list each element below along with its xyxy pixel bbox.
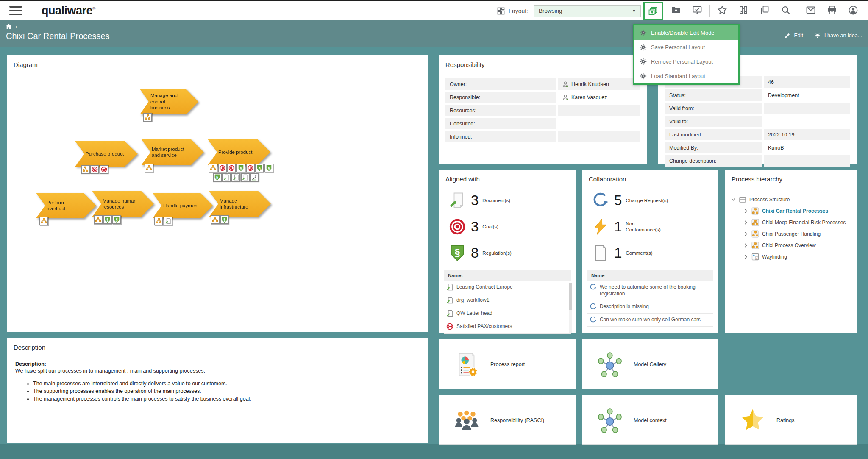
home-icon[interactable] [5,23,12,30]
menu-item-enable-disable-edit-mode[interactable]: Enable/Disable Edit Mode [634,25,738,40]
tile-process-report[interactable]: Process report [439,339,576,389]
doc-arrow-icon[interactable] [231,173,240,182]
hierarchy-icon[interactable] [39,217,48,225]
hamburger-menu-icon[interactable] [9,6,22,15]
field-value [558,118,640,129]
process-shape[interactable]: Manage human resources [92,191,154,217]
aligned-with-title: Aligned with [439,170,576,183]
regulation-icon[interactable]: § [103,215,112,224]
process-shape[interactable]: Purchase product [75,141,138,167]
copy-button[interactable] [760,5,770,15]
layout-select[interactable]: Browsing▼ [534,5,641,17]
svg-text:§: § [259,166,261,170]
folder-button[interactable] [671,5,681,15]
edit-button[interactable]: Edit [784,32,804,39]
aligned-with-panel: Aligned with 3Document(s)3Goal(s)§8Regul… [439,170,576,333]
mail-button[interactable] [806,5,816,15]
process-shape[interactable]: Manage Infrastructure [209,191,271,217]
responsibility-row: Consulted: [445,118,640,129]
regulation-icon[interactable]: § [112,215,121,224]
tree-node-wayfinding[interactable]: Wayfinding [743,251,854,262]
regulation-icon[interactable]: § [220,215,229,224]
tile-ratings[interactable]: Ratings [725,395,857,445]
process-status-icons: § [211,215,229,224]
qualiware-logo[interactable]: qualiware® [42,4,95,17]
star-button[interactable] [717,5,727,15]
tile-responsibility-rasci[interactable]: Responsibility (RASCI) [439,395,576,445]
process-shape[interactable]: Manage and control business [140,89,198,114]
regulation-icon[interactable]: § [255,164,264,172]
hierarchy-icon[interactable] [143,113,152,122]
chevron-right-icon[interactable] [743,254,748,259]
tile-model-gallery[interactable]: Model Gallery [582,339,718,389]
count-row-document-s-[interactable]: 3Document(s) [449,192,576,209]
goal-icon[interactable] [218,164,227,172]
tree-node-chixi-mega-financial-risk-processes[interactable]: Chixi Mega Financial Risk Processes [743,217,854,228]
toolbar-divider [798,5,798,17]
hierarchy-icon[interactable] [209,164,217,172]
hierarchy-icon[interactable] [154,217,163,225]
list-item[interactable]: Description is missing [587,300,713,314]
tree-node-chixi-process-overview[interactable]: Chixi Process Overview [743,239,854,251]
hierarchy-icon[interactable] [94,215,103,224]
list-item[interactable]: Leasing Contract Europe [444,281,571,294]
regulation-icon[interactable]: § [213,173,222,182]
description-panel-title: Description [7,338,428,351]
list-item[interactable]: We need to automate some of the booking … [587,281,713,300]
doc-arrow-icon[interactable] [222,173,231,182]
chevron-down-icon[interactable] [731,197,736,202]
regulation-icon[interactable]: § [236,164,245,172]
hierarchy-icon[interactable] [81,165,90,174]
desktop-check-button[interactable] [692,5,702,15]
chevron-right-icon[interactable] [743,209,748,214]
layout-switcher-button[interactable] [643,2,663,20]
goal-icon[interactable] [90,165,99,174]
chevron-right-icon[interactable] [743,220,748,225]
list-item[interactable]: QW Letter head [444,307,571,320]
goal-icon[interactable] [227,164,236,172]
version-row: Valid to: [665,116,850,127]
count-row-goal-s-[interactable]: 3Goal(s) [449,218,576,235]
field-value[interactable]: Karen Vasquez [558,92,640,103]
goal-icon[interactable] [246,164,255,172]
count-row-change-request-s-[interactable]: 5Change Request(s) [592,192,718,209]
count-label: Change Request(s) [626,198,668,203]
scrollbar[interactable] [569,283,572,333]
hierarchy-icon[interactable] [145,164,153,172]
print-button[interactable] [827,5,837,15]
count-row-regulation-s-[interactable]: §8Regulation(s) [449,245,576,261]
chevron-right-icon[interactable] [743,243,748,248]
binoculars-button[interactable] [738,5,748,15]
count-row-non-conformance-s-[interactable]: 1Non Conformance(s) [592,218,718,235]
menu-item-save-personal-layout[interactable]: Save Personal Layout [634,40,738,54]
tree-node-chixi-car-rental-processes[interactable]: Chixi Car Rental Processes [743,205,854,217]
collaboration-panel: Collaboration 5Change Request(s)1Non Con… [582,170,718,333]
process-shape[interactable]: Handle payment [153,193,213,218]
list-item[interactable]: Can we make sure we only sell German car… [587,314,713,327]
count-row-comment-s-[interactable]: 1Comment(s) [592,245,718,261]
field-value[interactable]: Henrik Knudsen [558,78,640,90]
tree-node-process-structure[interactable]: Process Structure [731,194,854,205]
idea-button[interactable]: I have an idea... [814,32,862,39]
doc-arrow-icon[interactable] [241,173,250,182]
chevron-right-icon[interactable] [743,231,748,236]
list-item[interactable]: drg_workflow1 [444,294,571,307]
structure-icon [739,196,746,203]
hierarchy-icon[interactable] [211,215,220,224]
process-shape[interactable]: Provide product [208,139,270,165]
goal-icon[interactable] [100,165,108,174]
process-arrow-wrap: Manage and control business [140,89,198,114]
menu-item-load-standard-layout[interactable]: Load Standard Layout [634,69,738,83]
account-button[interactable] [848,5,858,15]
process-shape[interactable]: Perform overhaul [36,193,96,218]
signature-icon[interactable] [250,173,259,182]
search-button[interactable] [781,5,791,15]
tile-label: Model Gallery [634,362,666,367]
regulation-icon[interactable]: § [264,164,273,172]
tree-node-chixi-passenger-handling[interactable]: Chixi Passenger Handling [743,228,854,239]
tile-model-context[interactable]: Model context [582,395,718,445]
doc-arrow-icon[interactable] [164,217,172,225]
menu-item-remove-personal-layout[interactable]: Remove Personal Layout [634,54,738,69]
list-item[interactable]: Satisfied PAX/customers [444,320,571,334]
process-shape[interactable]: Market product and service [141,139,204,165]
